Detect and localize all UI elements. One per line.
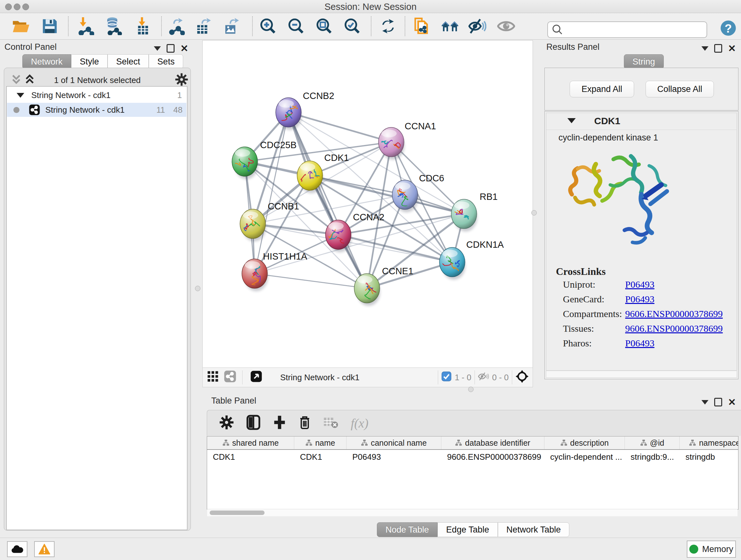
column-header-namespace[interactable]: namespace (680, 436, 738, 449)
column-header-name[interactable]: name (294, 436, 347, 449)
crosslink-link[interactable]: P06493 (625, 338, 655, 349)
import-network-from-file-button[interactable] (77, 17, 94, 35)
show-all-button[interactable] (497, 17, 515, 35)
tab-network[interactable]: Network (22, 54, 71, 69)
right-splitter-handle[interactable] (531, 210, 537, 215)
close-panel-icon[interactable]: ✕ (728, 399, 736, 406)
grid-view-button[interactable] (207, 371, 219, 384)
zoom-fit-button[interactable] (315, 17, 333, 35)
hide-selected-button[interactable] (468, 17, 486, 35)
zoom-in-button[interactable] (259, 17, 277, 35)
table-cell[interactable]: stringdb:9... (625, 450, 680, 464)
node-CCNE1[interactable] (354, 273, 380, 306)
node-CDKN1A[interactable] (440, 247, 465, 280)
float-panel-icon[interactable] (714, 44, 722, 53)
export-table-button[interactable] (194, 17, 212, 35)
results-scrollbar-track[interactable] (546, 371, 737, 378)
column-header-database-identifier[interactable]: database identifier (441, 436, 544, 449)
node-CDC25B[interactable] (232, 147, 258, 179)
table-settings-button[interactable] (219, 415, 234, 431)
horizontal-splitter-handle[interactable] (468, 387, 474, 392)
tab-edge-table[interactable]: Edge Table (437, 522, 498, 537)
crosslink-link[interactable]: P06493 (625, 279, 655, 290)
export-network-button[interactable] (167, 17, 185, 35)
import-table-from-file-button[interactable] (133, 17, 151, 35)
collapse-panel-icon[interactable] (154, 46, 161, 51)
new-network-from-selection-button[interactable] (413, 17, 431, 35)
open-session-button[interactable] (12, 17, 30, 35)
node-CDK1[interactable] (297, 161, 324, 193)
expand-all-networks-button[interactable] (24, 73, 35, 86)
network-row-selected[interactable]: String Network - cdk1 11 48 (7, 103, 186, 117)
scrollbar-thumb[interactable] (210, 510, 265, 515)
node-CCNB2[interactable] (276, 98, 301, 130)
collapse-panel-icon[interactable] (701, 400, 709, 405)
table-cell[interactable]: CDK1 (294, 450, 347, 464)
cloud-status-button[interactable] (7, 541, 27, 557)
column-header-@id[interactable]: @id (625, 436, 680, 449)
delete-column-button[interactable] (298, 415, 311, 432)
collapse-all-button[interactable]: Collapse All (646, 81, 714, 98)
detach-view-button[interactable] (250, 370, 262, 385)
show-columns-button[interactable] (246, 415, 261, 432)
birdseye-view-button[interactable] (515, 370, 529, 385)
tab-string[interactable]: String (624, 54, 664, 69)
table-row[interactable]: CDK1CDK1P064939606.ENSP00000378699cyclin… (207, 450, 738, 464)
create-column-button[interactable] (273, 415, 286, 432)
left-splitter-handle[interactable] (195, 286, 200, 291)
save-session-button[interactable] (41, 17, 59, 35)
close-panel-icon[interactable]: ✕ (728, 45, 736, 52)
import-network-from-database-button[interactable] (104, 17, 122, 35)
column-header-description[interactable]: description (544, 436, 625, 449)
tab-network-table[interactable]: Network Table (498, 522, 569, 537)
network-options-button[interactable] (175, 73, 188, 87)
memory-button[interactable]: Memory (687, 541, 736, 558)
float-panel-icon[interactable] (714, 398, 722, 407)
column-type-icon (640, 439, 647, 446)
search-input[interactable] (564, 25, 706, 35)
help-button[interactable]: ? (720, 20, 737, 38)
node-CCNA2[interactable] (326, 220, 351, 252)
collapse-all-networks-button[interactable] (11, 73, 22, 86)
table-cell[interactable]: P06493 (347, 450, 441, 464)
collapse-panel-icon[interactable] (701, 46, 709, 51)
table-cell[interactable]: 9606.ENSP00000378699 (441, 450, 544, 464)
selected-count: 1 - 0 (455, 373, 471, 382)
column-header-shared-name[interactable]: shared name (207, 436, 294, 449)
table-cell[interactable]: CDK1 (207, 450, 294, 464)
network-canvas[interactable]: CCNB2CCNA1CDC25BCDK1CDC6RB1CCNB1CCNA2CDK… (202, 40, 533, 368)
node-CCNA1[interactable] (379, 127, 404, 160)
tab-node-table[interactable]: Node Table (377, 522, 437, 537)
refresh-button[interactable] (379, 17, 397, 35)
tab-select[interactable]: Select (108, 54, 149, 69)
tab-style[interactable]: Style (71, 54, 108, 69)
tree-expander-icon[interactable] (17, 93, 24, 98)
crosslink-link[interactable]: P06493 (625, 294, 655, 305)
zoom-selected-button[interactable] (343, 17, 361, 35)
table-panel-title: Table Panel (211, 396, 256, 406)
table-cell[interactable]: stringdb (680, 450, 738, 464)
float-panel-icon[interactable] (166, 44, 175, 53)
export-image-button[interactable] (222, 17, 240, 35)
tab-sets[interactable]: Sets (149, 54, 183, 69)
node-RB1[interactable] (451, 199, 477, 232)
column-header-canonical-name[interactable]: canonical name (347, 436, 441, 449)
table-horizontal-scrollbar[interactable] (207, 509, 738, 516)
warnings-button[interactable] (34, 541, 55, 557)
delete-table-button[interactable] (323, 416, 339, 430)
expand-all-button[interactable]: Expand All (569, 81, 634, 98)
zoom-out-button[interactable] (287, 17, 305, 35)
close-panel-icon[interactable]: ✕ (180, 45, 188, 52)
node-HIST1H1A[interactable] (242, 259, 268, 291)
gene-section-header[interactable]: CDK1 (546, 113, 737, 130)
table-cell[interactable]: cyclin-dependent ... (544, 450, 625, 464)
node-CDC6[interactable] (392, 180, 418, 212)
function-builder-button[interactable]: f(x) (351, 416, 368, 431)
network-collection-row[interactable]: String Network - cdk1 1 (7, 88, 186, 102)
selected-checkbox[interactable] (441, 371, 452, 384)
crosslink-link[interactable]: 9606.ENSP00000378699 (625, 323, 723, 334)
section-expander-icon[interactable] (567, 118, 576, 123)
crosslink-link[interactable]: 9606.ENSP00000378699 (625, 308, 723, 319)
node-CCNB1[interactable] (240, 209, 266, 241)
first-neighbors-button[interactable] (441, 17, 459, 35)
